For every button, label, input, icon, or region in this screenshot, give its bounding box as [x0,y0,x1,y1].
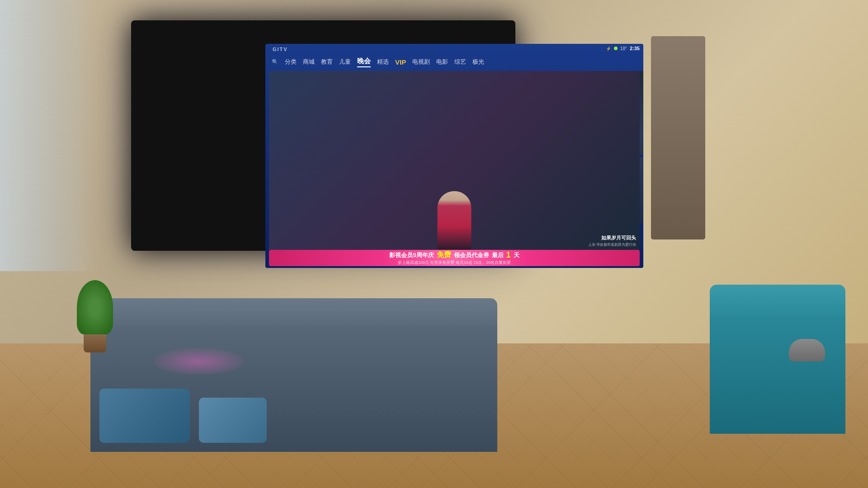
banner-sub-text: 折上最高减100元 先登录免资费 每天10名 15点，20名自量前置 [398,260,511,266]
sofa [90,316,497,452]
nav-item-variety[interactable]: 综艺 [454,58,466,66]
nav-item-children[interactable]: 儿童 [339,58,351,66]
window-light [0,0,99,271]
sofa-cushion-right [199,398,267,443]
nav-item-selected[interactable]: 精选 [377,58,389,66]
banner-unit: 天 [514,251,519,259]
nav-item-gala[interactable]: 晚会 [357,57,371,67]
plant-leaves [77,280,113,334]
sofa-back [90,298,497,325]
plant-pot [84,334,106,352]
search-icon[interactable]: 🔍 [272,59,278,65]
drama3-scene [634,157,640,223]
bookshelf [651,36,705,239]
content-area: MI Signal Source 竟然反了！ [269,71,640,250]
nav-bar: 🔍 分类 商城 教育 儿童 晚会 精选 VIP 电视剧 电影 综艺 极光 [265,55,643,69]
tile-drama3[interactable]: 如果岁月可回头 上东·寻欢都市喜剧异为爱疗伤 [634,157,643,223]
status-bar: ⚡ 18° 2:35 [606,46,640,51]
brand-logo: GITV [273,47,288,52]
nav-item-classify[interactable]: 分类 [285,58,297,66]
banner-free-text: 免费 [437,250,451,260]
screen-frame: GITV ⚡ 18° 2:35 🔍 分类 商城 教育 儿童 晚会 精选 VIP … [131,20,515,251]
right-chair-back [710,285,845,316]
nav-item-aurora[interactable]: 极光 [472,58,484,66]
banner-last: 最后 [492,251,504,259]
screen-glow [154,348,244,375]
banner-middle: 领会员代金券 [454,251,489,259]
banner-main-text: 影视会员5周年庆 免费 领会员代金券 最后 1 天 [389,250,519,260]
sofa-cushion-left [99,389,190,443]
temperature-display: 18° [620,46,627,51]
time-display: 2:35 [630,46,640,51]
banner-ad[interactable]: 影视会员5周年庆 免费 领会员代金券 最后 1 天 折上最高减100元 先登录免… [269,250,640,266]
nav-item-shop[interactable]: 商城 [303,58,315,66]
nav-item-movie[interactable]: 电影 [436,58,448,66]
drama3-background: 如果岁月可回头 上东·寻欢都市喜剧异为爱疗伤 [634,157,643,223]
wifi-icon: ⚡ [606,46,611,51]
plant [77,280,113,352]
cat-figure [789,339,825,361]
nav-item-education[interactable]: 教育 [321,58,333,66]
banner-number: 1 [506,250,511,260]
status-dot [614,47,618,50]
banner-prefix: 影视会员5周年庆 [389,251,434,259]
nav-item-tv-drama[interactable]: 电视剧 [412,58,430,66]
nav-item-vip[interactable]: VIP [395,58,406,66]
tv-ui: GITV ⚡ 18° 2:35 🔍 分类 商城 教育 儿童 晚会 精选 VIP … [265,44,643,268]
right-chair [710,307,845,434]
